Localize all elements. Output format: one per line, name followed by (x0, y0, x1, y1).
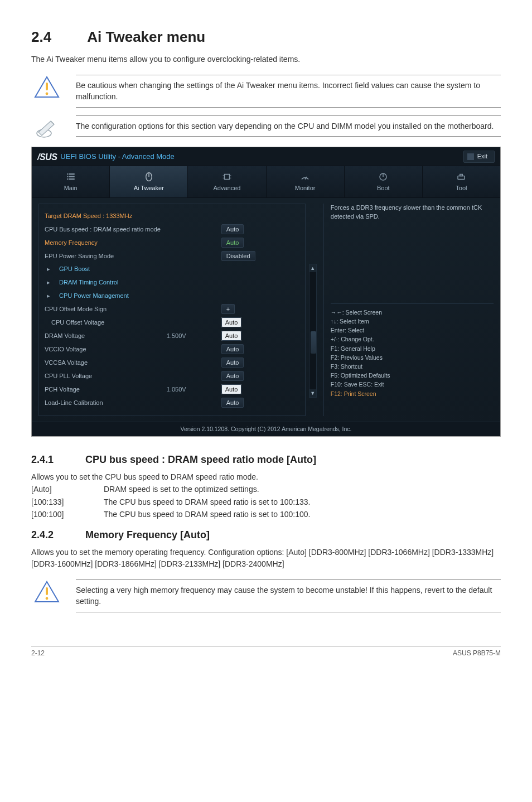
bios-screenshot: /SUS UEFI BIOS Utility - Advanced Mode E… (31, 147, 501, 437)
option-desc: DRAM speed is set to the optimized setti… (104, 484, 259, 495)
tab-monitor-label: Monitor (295, 185, 316, 191)
key-hint: F3: Shortcut (331, 363, 494, 371)
vccsa-label: VCCSA Voltage (45, 359, 162, 368)
option-key: [100:133] (31, 496, 104, 508)
subsection-241-number: 2.4.1 (31, 452, 83, 467)
bios-right-panel: Forces a DDR3 frequency slower than the … (323, 204, 494, 416)
page-footer: 2-12 ASUS P8B75-M (31, 646, 501, 658)
svg-point-24 (46, 597, 49, 600)
key-hint: Enter: Select (331, 326, 494, 335)
tab-monitor[interactable]: Monitor (267, 166, 345, 197)
row-vccio[interactable]: VCCIO Voltage Auto (45, 343, 299, 356)
key-hint: F10: Save ESC: Exit (331, 380, 494, 389)
option-desc: The CPU bus speed to DRAM speed ratio is… (104, 509, 310, 520)
vccsa-value[interactable]: Auto (221, 357, 244, 368)
section-heading: 2.4 Ai Tweaker menu (31, 27, 501, 48)
key-hint: ↑↓: Select Item (331, 317, 494, 326)
dram-volt-value[interactable]: Auto (221, 331, 242, 341)
tab-ai-tweaker[interactable]: Ai Tweaker (110, 166, 188, 197)
subsection-242-number: 2.4.2 (31, 528, 83, 542)
page-number: 2-12 (31, 649, 45, 658)
llc-label: Load-Line Calibration (45, 399, 162, 408)
bios-left-panel: Target DRAM Speed : 1333MHz CPU Bus spee… (38, 204, 316, 416)
tab-advanced-label: Advanced (213, 185, 240, 191)
section-number: 2.4 (31, 27, 84, 48)
svg-rect-21 (460, 174, 463, 176)
key-hint: →←: Select Screen (331, 308, 494, 317)
row-offset-voltage[interactable]: CPU Offset Voltage Auto (45, 316, 299, 330)
note-text: The configuration options for this secti… (76, 115, 501, 137)
caution-callout-bottom: Selecting a very high memory frequency m… (31, 579, 501, 612)
bios-logo: /SUS (37, 151, 57, 163)
exit-button[interactable]: Exit (463, 151, 495, 163)
row-vccsa[interactable]: VCCSA Voltage Auto (45, 356, 299, 370)
subsection-242-title: Memory Frequency [Auto] (85, 529, 210, 540)
pch-value[interactable]: Auto (221, 384, 242, 394)
tab-main[interactable]: Main (32, 166, 110, 197)
gpu-boost-label: GPU Boost (59, 265, 299, 274)
svg-rect-9 (69, 178, 75, 180)
scroll-down-icon[interactable]: ▼ (309, 389, 316, 397)
tab-boot[interactable]: Boot (345, 166, 423, 197)
scrollbar[interactable]: ▲ ▼ (309, 264, 317, 398)
key-hint: F12: Print Screen (331, 390, 494, 398)
key-hint: F5: Optimized Defaults (331, 371, 494, 380)
bios-tabs: Main Ai Tweaker Advanced Monitor Boot To… (32, 166, 500, 198)
svg-rect-1 (46, 83, 48, 90)
svg-rect-8 (67, 178, 68, 180)
dram-timing-label: DRAM Timing Control (59, 278, 299, 287)
offset-sign-value[interactable]: + (221, 304, 235, 314)
tool-icon (455, 172, 467, 182)
tab-tool[interactable]: Tool (423, 166, 500, 197)
bios-title: UEFI BIOS Utility - Advanced Mode (60, 152, 174, 162)
row-dram-voltage[interactable]: DRAM Voltage 1.500V Auto (45, 330, 299, 343)
scroll-thumb[interactable] (311, 331, 316, 354)
scroll-up-icon[interactable]: ▲ (309, 264, 316, 272)
row-gpu-boost[interactable]: ▸ GPU Boost (45, 263, 299, 276)
pch-label: PCH Voltage (45, 385, 162, 394)
product-name: ASUS P8B75-M (453, 649, 501, 658)
row-epu[interactable]: EPU Power Saving Mode Disabled (45, 250, 299, 263)
subsection-242-body: Allows you to set the memory operating f… (31, 547, 501, 569)
mouse-icon (143, 172, 155, 182)
caution-callout: Be cautious when changing the settings o… (31, 75, 501, 108)
svg-rect-4 (67, 173, 68, 175)
chevron-right-icon: ▸ (47, 292, 52, 301)
row-cpu-pll[interactable]: CPU PLL Voltage Auto (45, 370, 299, 383)
exit-label: Exit (477, 152, 487, 161)
epu-label: EPU Power Saving Mode (45, 252, 162, 261)
vccio-value[interactable]: Auto (221, 344, 244, 354)
option-line: [100:100] The CPU bus speed to DRAM spee… (31, 509, 501, 520)
row-cpu-bus-speed[interactable]: CPU Bus speed : DRAM speed ratio mode Au… (45, 223, 299, 236)
cpu-power-mgmt-label: CPU Power Management (59, 292, 299, 301)
svg-rect-6 (67, 176, 68, 177)
svg-rect-23 (46, 587, 48, 595)
svg-rect-12 (224, 174, 229, 179)
llc-value[interactable]: Auto (221, 398, 244, 408)
offset-volt-value[interactable]: Auto (221, 317, 242, 327)
svg-point-2 (46, 93, 49, 95)
subsection-241-heading: 2.4.1 CPU bus speed : DRAM speed ratio m… (31, 452, 501, 467)
row-memory-frequency[interactable]: Memory Frequency Auto (45, 236, 299, 250)
tab-main-label: Main (64, 185, 78, 191)
cpupll-value[interactable]: Auto (221, 371, 244, 381)
offset-sign-label: CPU Offset Mode Sign (45, 305, 162, 314)
row-cpu-power-mgmt[interactable]: ▸ CPU Power Management (45, 289, 299, 303)
dram-volt-current: 1.500V (167, 332, 217, 341)
power-icon (377, 172, 389, 182)
svg-rect-7 (69, 176, 75, 177)
caution-text: Be cautious when changing the settings o… (76, 75, 501, 108)
row-llc[interactable]: Load-Line Calibration Auto (45, 397, 299, 410)
epu-value[interactable]: Disabled (221, 251, 255, 261)
mem-freq-value[interactable]: Auto (221, 238, 244, 248)
row-offset-sign[interactable]: CPU Offset Mode Sign + (45, 303, 299, 316)
row-dram-timing[interactable]: ▸ DRAM Timing Control (45, 276, 299, 289)
option-line: [100:133] The CPU bus speed to DRAM spee… (31, 496, 501, 508)
row-pch-voltage[interactable]: PCH Voltage 1.050V Auto (45, 383, 299, 397)
subsection-242-heading: 2.4.2 Memory Frequency [Auto] (31, 528, 501, 542)
exit-icon (467, 153, 474, 160)
cpu-bus-value[interactable]: Auto (221, 224, 244, 234)
caution-icon (31, 579, 62, 603)
subsection-241-title: CPU bus speed : DRAM speed ratio mode [A… (85, 454, 316, 465)
tab-advanced[interactable]: Advanced (188, 166, 266, 197)
